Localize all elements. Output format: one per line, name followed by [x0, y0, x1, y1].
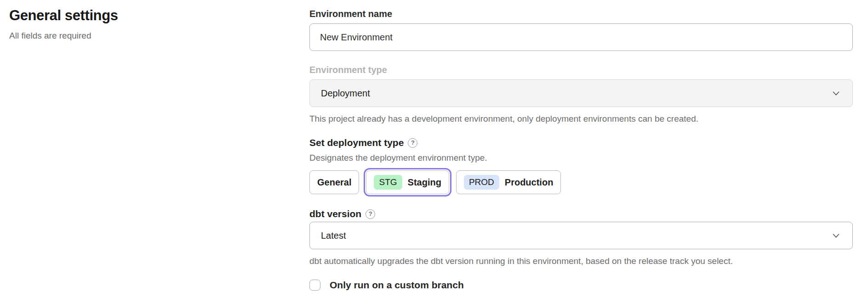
production-badge: PROD	[464, 175, 499, 190]
dbt-version-helper: dbt automatically upgrades the dbt versi…	[309, 256, 853, 267]
deployment-type-general-button[interactable]: General	[309, 170, 359, 194]
chevron-down-icon	[833, 91, 839, 95]
staging-badge: STG	[374, 175, 402, 190]
page-subtitle: All fields are required	[9, 31, 267, 41]
selected-option-ring: STG Staging	[364, 168, 451, 196]
section-intro: General settings All fields are required	[9, 7, 267, 41]
deployment-type-staging-label: Staging	[408, 177, 441, 188]
dbt-version-label-row: dbt version ?	[309, 208, 853, 220]
settings-form: Environment name Environment type Deploy…	[309, 8, 853, 291]
deployment-type-production-button[interactable]: PROD Production	[456, 170, 561, 194]
dbt-version-value: Latest	[321, 230, 346, 241]
deployment-type-production-label: Production	[505, 177, 554, 188]
custom-branch-row: Only run on a custom branch	[309, 280, 853, 291]
help-icon[interactable]: ?	[408, 138, 417, 148]
custom-branch-checkbox[interactable]	[309, 280, 320, 291]
page-title: General settings	[9, 7, 267, 24]
deployment-type-helper: Designates the deployment environment ty…	[309, 152, 853, 163]
environment-type-label: Environment type	[309, 64, 853, 75]
chevron-down-icon	[833, 234, 839, 238]
general-settings-page: General settings All fields are required…	[0, 0, 868, 303]
dbt-version-label: dbt version	[309, 208, 361, 220]
dbt-version-select[interactable]: Latest	[309, 222, 853, 249]
help-icon[interactable]: ?	[365, 209, 375, 219]
deployment-type-general-label: General	[317, 177, 351, 188]
deployment-type-options: General STG Staging PROD Production	[309, 168, 853, 197]
custom-branch-label[interactable]: Only run on a custom branch	[330, 280, 464, 291]
environment-type-helper: This project already has a development e…	[309, 113, 853, 124]
deployment-type-staging-button[interactable]: STG Staging	[366, 170, 449, 194]
deployment-type-label: Set deployment type	[309, 137, 404, 149]
environment-name-input[interactable]	[309, 23, 853, 51]
environment-type-value: Deployment	[321, 88, 370, 99]
environment-name-label: Environment name	[309, 8, 853, 19]
deployment-type-label-row: Set deployment type ?	[309, 137, 853, 149]
environment-type-select: Deployment	[309, 79, 853, 107]
